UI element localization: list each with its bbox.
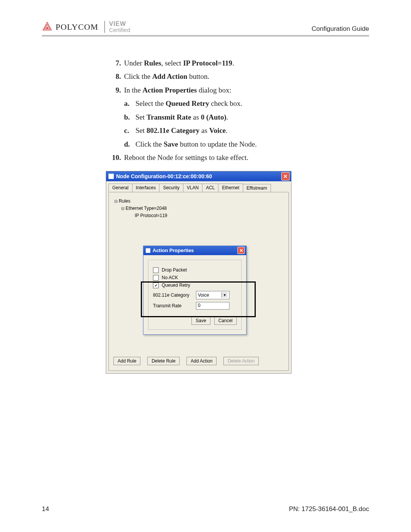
- logo-block: POLYCOM VIEW Certified: [42, 21, 130, 33]
- close-icon[interactable]: ✕: [281, 172, 290, 181]
- text: Set: [135, 126, 147, 134]
- tagline-certified: Certified: [109, 27, 130, 33]
- text: Click the: [135, 140, 164, 148]
- text: check box.: [209, 99, 242, 107]
- checkbox-row-no-ack: No ACK: [153, 275, 237, 281]
- checkbox-drop-packet[interactable]: [153, 267, 159, 273]
- view-certified-block: VIEW Certified: [104, 21, 130, 33]
- input-transmit-rate[interactable]: 0: [196, 302, 229, 310]
- delete-rule-button[interactable]: Delete Rule: [147, 357, 180, 365]
- brand-name: POLYCOM: [56, 22, 98, 32]
- window-app-icon: [108, 174, 114, 179]
- polycom-triangle-icon: [42, 22, 53, 32]
- text: dialog box:: [197, 86, 231, 94]
- checkbox-label: No ACK: [162, 275, 178, 280]
- checkbox-queued-retry[interactable]: ✔: [153, 283, 159, 288]
- text: button to update the Node.: [178, 140, 257, 148]
- tab-acl[interactable]: ACL: [202, 184, 218, 192]
- step-10: 10. Reboot the Node for settings to take…: [107, 152, 369, 163]
- add-rule-button[interactable]: Add Rule: [113, 357, 140, 365]
- text: Set: [135, 113, 147, 121]
- dialog-title: Action Properties: [153, 248, 194, 253]
- bold: Action Properties: [143, 86, 197, 94]
- substep-letter: a.: [124, 98, 135, 109]
- tab-security[interactable]: Security: [159, 184, 183, 192]
- tagline-view: VIEW: [109, 21, 130, 27]
- step-number: 10.: [107, 152, 124, 163]
- checkbox-row-drop-packet: Drop Packet: [153, 267, 237, 273]
- save-button[interactable]: Save: [191, 316, 210, 325]
- field-label-transmit-rate: Transmit Rate: [153, 303, 193, 308]
- window-title: Node Configuration-00:12:ce:00:00:60: [116, 173, 212, 179]
- text: Under: [124, 59, 144, 67]
- step-number: 7.: [107, 58, 124, 69]
- header-doc-title: Configuration Guide: [312, 25, 369, 33]
- page-header: POLYCOM VIEW Certified Configuration Gui…: [42, 21, 369, 37]
- bold: Rules: [144, 59, 161, 67]
- text: as: [199, 126, 209, 134]
- substep-b: b. Set Transmit Rate as 0 (Auto).: [124, 112, 369, 123]
- tab-effistream[interactable]: Effistream: [243, 184, 271, 192]
- tree-leaf-ip-protocol[interactable]: IP Protocol=119: [131, 212, 285, 219]
- checkbox-row-queued-retry: ✔ Queued Retry: [153, 283, 237, 288]
- page-footer: 14 PN: 1725-36164-001_B.doc: [42, 505, 369, 513]
- text: Click the: [124, 72, 152, 80]
- tab-vlan[interactable]: VLAN: [183, 184, 202, 192]
- substep-a: a. Select the Queued Retry check box.: [124, 98, 369, 109]
- chevron-down-icon: ▼: [221, 292, 228, 298]
- checkbox-label: Drop Packet: [162, 267, 187, 273]
- tab-general[interactable]: General: [108, 184, 132, 192]
- close-icon[interactable]: ✕: [237, 247, 245, 254]
- checkbox-label: Queued Retry: [162, 283, 190, 288]
- substep-c: c. Set 802.11e Category as Voice.: [124, 125, 369, 136]
- step-number: 9.: [107, 85, 124, 96]
- field-label-category: 802.11e Category: [153, 292, 193, 298]
- checkbox-no-ack[interactable]: [153, 275, 159, 281]
- delete-action-button[interactable]: Delete Action: [223, 357, 259, 365]
- rules-tree: Rules Ethernet Type=2048 IP Protocol=119: [114, 198, 285, 220]
- node-configuration-window: Node Configuration-00:12:ce:00:00:60 ✕ G…: [106, 171, 292, 374]
- tree-root-rules[interactable]: Rules: [114, 198, 285, 205]
- bold: IP Protocol=119: [183, 59, 232, 67]
- step-7: 7. Under Rules, select IP Protocol=119.: [107, 58, 369, 69]
- text: In the: [124, 86, 143, 94]
- text: .: [226, 113, 228, 121]
- part-number: PN: 1725-36164-001_B.doc: [289, 505, 369, 513]
- cancel-button[interactable]: Cancel: [214, 316, 237, 325]
- bold: Save: [164, 140, 178, 148]
- dialog-button-row: Save Cancel: [153, 316, 237, 325]
- text: button.: [187, 72, 209, 80]
- rule-action-button-row: Add Rule Delete Rule Add Action Delete A…: [113, 357, 259, 365]
- step-number: 8.: [107, 71, 124, 82]
- substep-letter: d.: [124, 139, 135, 150]
- embedded-screenshot: Node Configuration-00:12:ce:00:00:60 ✕ G…: [106, 171, 292, 374]
- step-8: 8. Click the Add Action button.: [107, 71, 369, 82]
- text: , select: [161, 59, 183, 67]
- bold: Transmit Rate: [147, 113, 191, 121]
- window-titlebar[interactable]: Node Configuration-00:12:ce:00:00:60 ✕: [106, 171, 291, 181]
- text: Select the: [135, 99, 166, 107]
- text: .: [226, 126, 228, 134]
- bold: Voice: [209, 126, 226, 134]
- tree-node-ethernet-type[interactable]: Ethernet Type=2048: [121, 205, 285, 212]
- bold: 0 (Auto): [201, 113, 226, 121]
- tab-ethernet[interactable]: Ethernet: [218, 184, 243, 192]
- dialog-titlebar[interactable]: Action Properties ✕: [143, 246, 246, 255]
- field-row-transmit-rate: Transmit Rate 0: [153, 302, 237, 310]
- text: as: [191, 113, 201, 121]
- select-80211e-category[interactable]: Voice ▼: [196, 291, 229, 299]
- field-row-category: 802.11e Category Voice ▼: [153, 291, 237, 299]
- bold: 802.11e Category: [147, 126, 199, 134]
- bold: Queued Retry: [166, 99, 209, 107]
- substep-letter: c.: [124, 125, 135, 136]
- substep-letter: b.: [124, 112, 135, 123]
- add-action-button[interactable]: Add Action: [186, 357, 217, 365]
- instruction-steps: 7. Under Rules, select IP Protocol=119. …: [107, 58, 369, 163]
- step-9: 9. In the Action Properties dialog box:: [107, 85, 369, 96]
- text: .: [232, 59, 234, 67]
- tab-interfaces[interactable]: Interfaces: [132, 184, 160, 192]
- text: Reboot the Node for settings to take eff…: [124, 152, 249, 163]
- select-value: Voice: [198, 292, 209, 298]
- tab-strip: General Interfaces Security VLAN ACL Eth…: [106, 181, 291, 192]
- tab-panel-effistream: Rules Ethernet Type=2048 IP Protocol=119…: [108, 192, 289, 371]
